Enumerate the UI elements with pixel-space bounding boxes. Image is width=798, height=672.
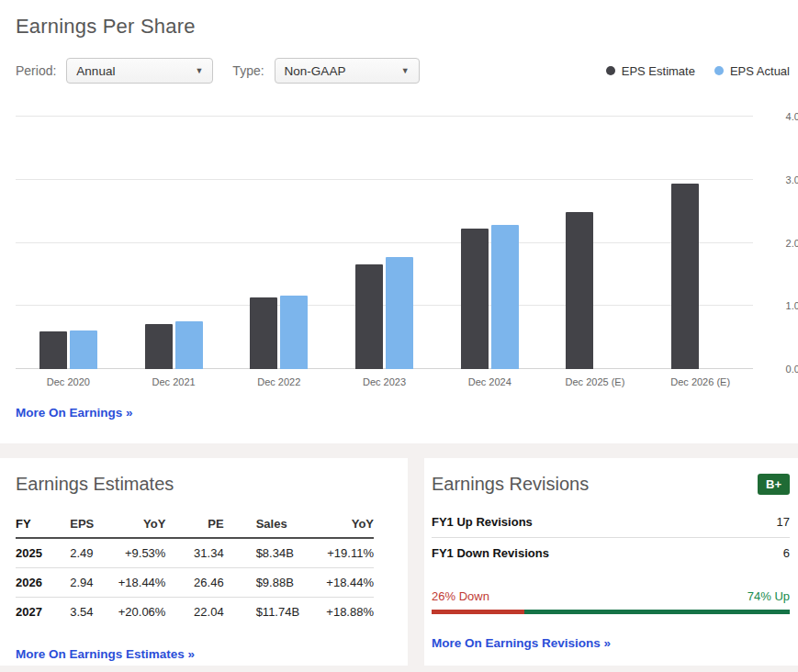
chart-legend: EPS EstimateEPS Actual [606,64,790,78]
ratio-bar-down-segment [432,610,524,614]
revisions-grade-badge: B+ [758,474,790,495]
revision-row: FY1 Up Revisions17 [432,507,790,538]
table-cell: 3.54 [70,598,118,627]
table-row: 20262.94+18.44%26.46$9.88B+18.44% [16,568,374,598]
y-axis-tick-label: 4.00 [767,111,798,122]
x-axis-tick-label: Dec 2025 (E) [543,376,648,387]
x-axis-tick-label: Dec 2022 [226,376,332,387]
bar-group [332,117,437,369]
eps-bar [145,324,173,370]
table-cell: +18.88% [315,598,374,627]
revision-row-label: FY1 Up Revisions [432,515,533,529]
estimates-title: Earnings Estimates [16,474,392,495]
estimates-column-header: YoY [315,512,374,538]
estimates-header-row: FYEPSYoYPESalesYoY [16,512,374,538]
estimates-column-header: FY [16,512,70,538]
section-divider [0,443,798,458]
up-percent-label: 74% Up [747,589,790,603]
bottom-panels: Earnings Estimates FYEPSYoYPESalesYoY 20… [0,458,798,666]
eps-bar [175,321,203,369]
bottom-band [0,666,798,672]
table-cell: 22.04 [165,598,223,627]
estimates-column-header: YoY [118,512,166,538]
table-cell: $11.74B [224,598,315,627]
revision-row: FY1 Down Revisions6 [432,538,790,568]
eps-bar [461,229,489,369]
x-axis-tick-label: Dec 2024 [437,376,543,387]
period-select-value: Annual [76,64,115,78]
legend-dot-icon [714,66,724,75]
bar-group [647,117,753,369]
legend-item[interactable]: EPS Actual [714,64,790,78]
more-on-revisions-link[interactable]: More On Earnings Revisions » [432,636,611,650]
legend-dot-icon [606,66,615,75]
revisions-title: Earnings Revisions [432,474,589,495]
table-cell: $9.88B [224,568,315,598]
legend-label: EPS Actual [730,64,790,78]
eps-bar [386,257,413,369]
table-cell: 2026 [16,568,70,598]
table-row: 20273.54+20.06%22.04$11.74B+18.88% [16,598,374,627]
x-axis-tick-label: Dec 2021 [121,376,227,387]
bar-group [121,117,227,369]
table-cell: 26.46 [165,568,223,598]
more-on-earnings-link[interactable]: More On Earnings » [16,406,133,420]
chart-x-axis-labels: Dec 2020Dec 2021Dec 2022Dec 2023Dec 2024… [16,376,753,387]
chevron-down-icon: ▼ [195,66,203,75]
type-label: Type: [232,63,264,78]
page-title: Earnings Per Share [16,15,798,39]
type-select-value: Non-GAAP [285,64,346,78]
eps-bar-chart: 0.001.002.003.004.00 Dec 2020Dec 2021Dec… [16,117,798,392]
earnings-estimates-panel: Earnings Estimates FYEPSYoYPESalesYoY 20… [0,458,408,666]
table-cell: +18.44% [315,568,374,598]
eps-bar [70,330,97,369]
eps-bar [491,225,519,369]
y-axis-tick-label: 1.00 [767,300,798,311]
table-row: 20252.49+9.53%31.34$8.34B+19.11% [16,538,374,568]
table-cell: $8.34B [224,538,315,568]
panel-divider [408,458,424,666]
eps-bar [566,212,593,369]
legend-item[interactable]: EPS Estimate [606,64,695,78]
down-percent-label: 26% Down [432,589,489,603]
table-cell: 2027 [16,598,70,627]
more-on-estimates-link[interactable]: More On Earnings Estimates » [16,647,195,661]
ratio-bar-up-segment [524,610,790,614]
eps-bar [250,297,277,369]
table-cell: 31.34 [165,538,223,568]
x-axis-tick-label: Dec 2023 [332,376,437,387]
bar-group [226,117,332,369]
y-axis-tick-label: 3.00 [767,174,798,185]
chevron-down-icon: ▼ [401,66,410,75]
table-cell: +18.44% [118,568,166,598]
estimates-column-header: Sales [224,512,315,538]
revisions-ratio-bar [432,610,790,614]
x-axis-tick-label: Dec 2020 [16,376,121,387]
type-select[interactable]: Non-GAAP ▼ [275,58,420,84]
revisions-rows: FY1 Up Revisions17FY1 Down Revisions6 [432,507,790,568]
period-label: Period: [16,63,56,78]
x-axis-tick-label: Dec 2026 (E) [647,376,753,387]
revision-row-label: FY1 Down Revisions [432,546,549,560]
table-cell: 2.49 [70,538,118,568]
estimates-column-header: PE [165,512,223,538]
eps-bar [671,184,699,369]
bar-group [437,117,543,369]
y-axis-tick-label: 2.00 [767,238,798,249]
eps-bar [280,296,308,369]
period-select[interactable]: Annual ▼ [66,58,213,84]
table-cell: 2.94 [70,568,118,598]
revision-row-value: 17 [777,515,790,529]
eps-bar [39,331,67,369]
legend-label: EPS Estimate [622,64,695,78]
chart-bars [16,117,753,369]
table-cell: +20.06% [118,598,166,627]
table-cell: +9.53% [118,538,166,568]
estimates-table: FYEPSYoYPESalesYoY 20252.49+9.53%31.34$8… [16,512,374,626]
eps-bar [355,264,383,369]
bar-group [543,117,648,369]
revision-row-value: 6 [783,546,790,560]
controls-row: Period: Annual ▼ Type: Non-GAAP ▼ EPS Es… [16,58,790,84]
bar-group [16,117,121,369]
earnings-revisions-panel: Earnings Revisions B+ FY1 Up Revisions17… [424,458,798,666]
